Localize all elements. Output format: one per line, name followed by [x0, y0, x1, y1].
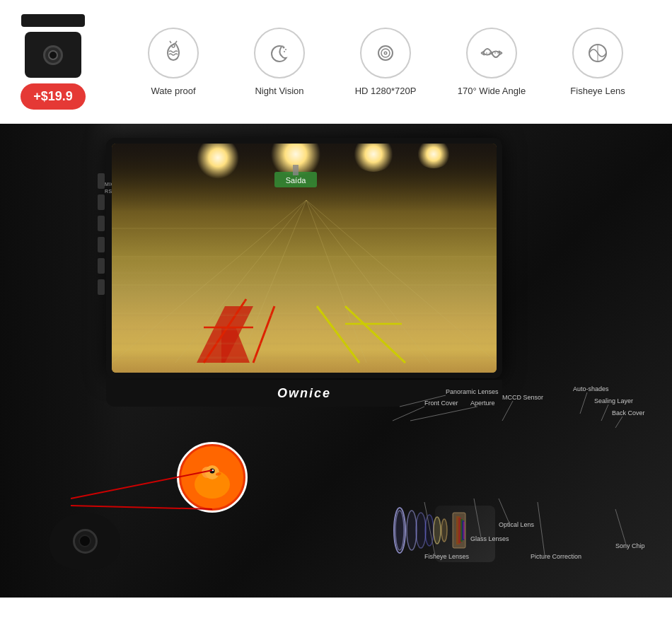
- side-btn-5: [98, 258, 105, 274]
- waterproof-label: Wate proof: [151, 86, 195, 96]
- wide-angle-label: 170° Wide Angle: [458, 86, 526, 96]
- camera-mount: [21, 14, 85, 27]
- wide-angle-icon: [466, 28, 517, 78]
- camera-lens-inner: [48, 50, 58, 60]
- feature-wide-angle: 170° Wide Angle: [456, 28, 527, 96]
- svg-text:Sealing Layer: Sealing Layer: [594, 397, 633, 404]
- fish-cam-lens: [73, 529, 98, 554]
- hd-icon: [360, 28, 411, 78]
- camera-lens: [43, 45, 63, 65]
- fish-cam-lens-inner: [79, 535, 91, 547]
- svg-text:Saída: Saída: [286, 176, 307, 185]
- diagram-annotations-svg: Panoramic Lenses Front Cover Aperture MC…: [361, 385, 665, 583]
- svg-line-70: [499, 499, 509, 523]
- fisheye-duck-svg: [180, 445, 244, 509]
- hd-label: HD 1280*720P: [355, 86, 417, 96]
- fish-cam-body: [50, 513, 120, 569]
- svg-line-66: [601, 404, 608, 421]
- svg-point-3: [284, 51, 285, 52]
- waterproof-icon: [148, 28, 199, 78]
- svg-point-7: [385, 52, 386, 54]
- feature-hd: HD 1280*720P: [350, 28, 421, 96]
- night-vision-label: Night Vision: [255, 86, 303, 96]
- svg-line-76: [538, 502, 545, 555]
- svg-text:Glass Lenses: Glass Lenses: [470, 535, 509, 542]
- svg-line-68: [615, 416, 622, 428]
- parking-scene: Saída: [112, 144, 497, 373]
- side-btn-2: [98, 194, 105, 210]
- side-btn-6: [98, 279, 105, 295]
- brand-name: Ownice: [277, 386, 331, 401]
- svg-text:Aperture: Aperture: [470, 400, 495, 407]
- side-buttons: MIC RST: [98, 173, 105, 295]
- side-btn-3: [98, 216, 105, 231]
- feature-waterproof: Wate proof: [138, 28, 209, 96]
- monitor-container: MIC RST: [106, 138, 502, 407]
- svg-line-74: [424, 502, 435, 555]
- camera-image: [14, 14, 92, 78]
- feature-fisheye: Fisheye Lens: [562, 28, 633, 96]
- svg-point-38: [210, 469, 215, 474]
- monitor-frame: MIC RST: [106, 138, 502, 378]
- side-btn-1: [98, 173, 105, 189]
- svg-rect-33: [293, 165, 299, 175]
- svg-point-0: [172, 45, 175, 47]
- parking-floor: [112, 247, 497, 373]
- svg-point-2: [285, 49, 286, 50]
- svg-text:Optical Lens: Optical Lens: [499, 521, 535, 528]
- monitor-screen: Saída: [112, 144, 497, 373]
- svg-text:MCCD Sensor: MCCD Sensor: [502, 394, 543, 401]
- svg-text:Front Cover: Front Cover: [424, 400, 458, 407]
- svg-line-78: [615, 509, 626, 544]
- top-section: +$19.9 Wate proof: [0, 0, 672, 124]
- svg-line-64: [580, 392, 587, 414]
- svg-line-72: [474, 499, 481, 537]
- price-badge: +$19.9: [21, 83, 86, 110]
- svg-text:Sony Chip: Sony Chip: [615, 542, 645, 549]
- fisheye-icon: [572, 28, 623, 78]
- bottom-section: MIC RST: [0, 124, 672, 598]
- camera-addon: +$19.9: [14, 14, 92, 110]
- fish-camera: [42, 491, 127, 569]
- diagram-section: Panoramic Lenses Front Cover Aperture MC…: [361, 385, 665, 583]
- feature-night-vision: Night Vision: [244, 28, 315, 96]
- side-btn-4: [98, 237, 105, 252]
- camera-body: [25, 32, 81, 78]
- svg-text:Picture Correction: Picture Correction: [531, 553, 581, 560]
- fisheye-preview: [177, 442, 248, 513]
- svg-point-1: [283, 47, 285, 49]
- fisheye-label: Fisheye Lens: [570, 86, 625, 96]
- features-row: Wate proof Night Vision: [120, 28, 651, 96]
- svg-text:Back Cover: Back Cover: [612, 409, 645, 416]
- svg-text:Auto-shades: Auto-shades: [573, 385, 609, 392]
- svg-text:Fisheye Lenses: Fisheye Lenses: [424, 553, 470, 560]
- svg-point-39: [212, 470, 214, 471]
- svg-text:Panoramic Lenses: Panoramic Lenses: [446, 388, 499, 395]
- svg-line-62: [502, 401, 513, 421]
- night-vision-icon: [254, 28, 305, 78]
